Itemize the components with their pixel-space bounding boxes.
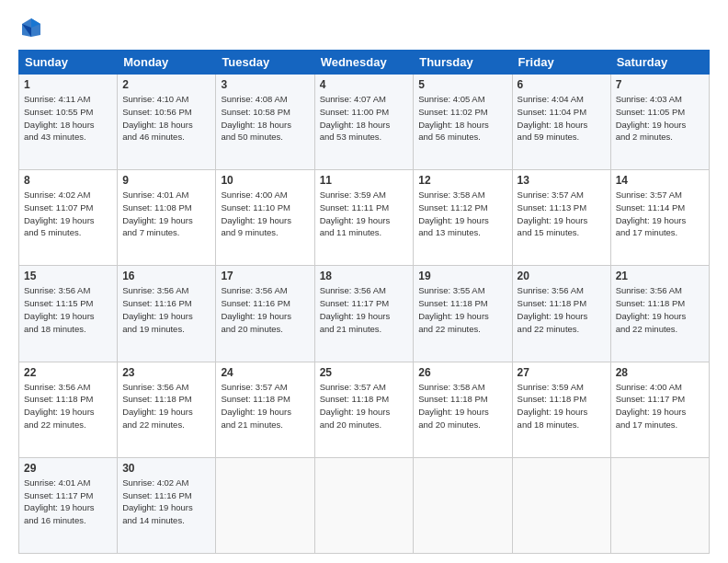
day-number: 16 — [122, 270, 210, 282]
calendar-row-0: 1Sunrise: 4:11 AM Sunset: 10:55 PM Dayli… — [19, 75, 710, 170]
calendar-cell: 4Sunrise: 4:07 AM Sunset: 11:00 PM Dayli… — [314, 75, 414, 170]
calendar-header-thursday: Thursday — [414, 51, 512, 75]
calendar-cell: 11Sunrise: 3:59 AM Sunset: 11:11 PM Dayl… — [314, 170, 414, 266]
calendar-cell: 26Sunrise: 3:58 AM Sunset: 11:18 PM Dayl… — [414, 362, 512, 457]
day-number: 21 — [616, 270, 704, 282]
day-number: 26 — [418, 366, 506, 379]
calendar-cell: 19Sunrise: 3:55 AM Sunset: 11:18 PM Dayl… — [414, 266, 512, 362]
logo-icon — [18, 15, 44, 40]
day-number: 2 — [122, 78, 210, 91]
calendar-cell: 28Sunrise: 4:00 AM Sunset: 11:17 PM Dayl… — [610, 362, 709, 457]
day-info: Sunrise: 4:00 AM Sunset: 11:10 PM Daylig… — [221, 189, 309, 239]
day-info: Sunrise: 3:57 AM Sunset: 11:14 PM Daylig… — [616, 189, 704, 239]
day-number: 22 — [24, 366, 112, 379]
calendar-cell: 6Sunrise: 4:04 AM Sunset: 11:04 PM Dayli… — [512, 75, 610, 170]
day-number: 23 — [122, 366, 210, 379]
calendar-header-friday: Friday — [512, 51, 610, 75]
calendar-cell: 29Sunrise: 4:01 AM Sunset: 11:17 PM Dayl… — [19, 457, 118, 553]
day-number: 4 — [320, 78, 409, 91]
calendar-cell: 22Sunrise: 3:56 AM Sunset: 11:18 PM Dayl… — [19, 362, 118, 457]
day-info: Sunrise: 4:02 AM Sunset: 11:16 PM Daylig… — [122, 477, 210, 527]
day-info: Sunrise: 3:56 AM Sunset: 11:18 PM Daylig… — [518, 284, 606, 335]
calendar-cell — [610, 457, 709, 553]
day-info: Sunrise: 3:55 AM Sunset: 11:18 PM Daylig… — [418, 284, 506, 335]
day-info: Sunrise: 4:05 AM Sunset: 11:02 PM Daylig… — [418, 93, 506, 144]
calendar-cell — [512, 457, 610, 553]
calendar-cell: 2Sunrise: 4:10 AM Sunset: 10:56 PM Dayli… — [118, 75, 216, 170]
calendar-cell: 10Sunrise: 4:00 AM Sunset: 11:10 PM Dayl… — [216, 170, 314, 266]
calendar-row-4: 29Sunrise: 4:01 AM Sunset: 11:17 PM Dayl… — [19, 457, 710, 553]
day-info: Sunrise: 3:57 AM Sunset: 11:18 PM Daylig… — [221, 381, 309, 431]
day-info: Sunrise: 4:10 AM Sunset: 10:56 PM Daylig… — [122, 93, 210, 144]
calendar-header-monday: Monday — [118, 51, 216, 75]
day-number: 9 — [122, 174, 210, 187]
calendar-header-row: SundayMondayTuesdayWednesdayThursdayFrid… — [19, 51, 710, 75]
day-info: Sunrise: 3:56 AM Sunset: 11:18 PM Daylig… — [122, 381, 210, 431]
day-number: 5 — [418, 78, 506, 91]
day-info: Sunrise: 3:57 AM Sunset: 11:18 PM Daylig… — [320, 381, 409, 431]
day-number: 24 — [221, 366, 309, 379]
header — [18, 15, 710, 40]
day-number: 15 — [24, 270, 112, 282]
day-info: Sunrise: 4:11 AM Sunset: 10:55 PM Daylig… — [24, 93, 112, 144]
day-number: 18 — [320, 270, 409, 282]
day-info: Sunrise: 3:56 AM Sunset: 11:16 PM Daylig… — [221, 284, 309, 335]
day-info: Sunrise: 4:02 AM Sunset: 11:07 PM Daylig… — [24, 189, 112, 239]
day-number: 1 — [24, 78, 112, 91]
calendar-cell: 13Sunrise: 3:57 AM Sunset: 11:13 PM Dayl… — [512, 170, 610, 266]
calendar-cell: 8Sunrise: 4:02 AM Sunset: 11:07 PM Dayli… — [19, 170, 118, 266]
day-info: Sunrise: 3:56 AM Sunset: 11:15 PM Daylig… — [24, 284, 112, 335]
calendar-cell: 5Sunrise: 4:05 AM Sunset: 11:02 PM Dayli… — [414, 75, 512, 170]
day-info: Sunrise: 3:58 AM Sunset: 11:12 PM Daylig… — [418, 189, 506, 239]
calendar-cell: 15Sunrise: 3:56 AM Sunset: 11:15 PM Dayl… — [19, 266, 118, 362]
day-number: 7 — [616, 78, 704, 91]
day-number: 3 — [221, 78, 309, 91]
day-info: Sunrise: 3:56 AM Sunset: 11:16 PM Daylig… — [122, 284, 210, 335]
calendar-cell: 24Sunrise: 3:57 AM Sunset: 11:18 PM Dayl… — [216, 362, 314, 457]
day-info: Sunrise: 3:59 AM Sunset: 11:18 PM Daylig… — [518, 381, 606, 431]
calendar-cell: 17Sunrise: 3:56 AM Sunset: 11:16 PM Dayl… — [216, 266, 314, 362]
day-number: 29 — [24, 462, 112, 475]
day-info: Sunrise: 3:56 AM Sunset: 11:18 PM Daylig… — [24, 381, 112, 431]
calendar-header-tuesday: Tuesday — [216, 51, 314, 75]
day-info: Sunrise: 4:00 AM Sunset: 11:17 PM Daylig… — [616, 381, 704, 431]
calendar-table: SundayMondayTuesdayWednesdayThursdayFrid… — [18, 50, 710, 554]
calendar-cell: 27Sunrise: 3:59 AM Sunset: 11:18 PM Dayl… — [512, 362, 610, 457]
calendar-cell: 23Sunrise: 3:56 AM Sunset: 11:18 PM Dayl… — [118, 362, 216, 457]
calendar-row-1: 8Sunrise: 4:02 AM Sunset: 11:07 PM Dayli… — [19, 170, 710, 266]
day-number: 17 — [221, 270, 309, 282]
day-number: 14 — [616, 174, 704, 187]
calendar-cell: 25Sunrise: 3:57 AM Sunset: 11:18 PM Dayl… — [314, 362, 414, 457]
calendar-cell: 20Sunrise: 3:56 AM Sunset: 11:18 PM Dayl… — [512, 266, 610, 362]
day-info: Sunrise: 4:03 AM Sunset: 11:05 PM Daylig… — [616, 93, 704, 144]
day-info: Sunrise: 4:08 AM Sunset: 10:58 PM Daylig… — [221, 93, 309, 144]
calendar-cell — [414, 457, 512, 553]
day-number: 19 — [418, 270, 506, 282]
day-info: Sunrise: 4:07 AM Sunset: 11:00 PM Daylig… — [320, 93, 409, 144]
calendar-cell: 18Sunrise: 3:56 AM Sunset: 11:17 PM Dayl… — [314, 266, 414, 362]
day-number: 8 — [24, 174, 112, 187]
calendar-row-3: 22Sunrise: 3:56 AM Sunset: 11:18 PM Dayl… — [19, 362, 710, 457]
day-number: 13 — [518, 174, 606, 187]
day-number: 20 — [518, 270, 606, 282]
day-info: Sunrise: 4:01 AM Sunset: 11:17 PM Daylig… — [24, 477, 112, 527]
day-number: 25 — [320, 366, 409, 379]
calendar-cell: 21Sunrise: 3:56 AM Sunset: 11:18 PM Dayl… — [610, 266, 709, 362]
calendar-cell: 14Sunrise: 3:57 AM Sunset: 11:14 PM Dayl… — [610, 170, 709, 266]
day-info: Sunrise: 3:56 AM Sunset: 11:18 PM Daylig… — [616, 284, 704, 335]
day-number: 10 — [221, 174, 309, 187]
day-info: Sunrise: 4:01 AM Sunset: 11:08 PM Daylig… — [122, 189, 210, 239]
calendar-cell: 1Sunrise: 4:11 AM Sunset: 10:55 PM Dayli… — [19, 75, 118, 170]
day-info: Sunrise: 3:58 AM Sunset: 11:18 PM Daylig… — [418, 381, 506, 431]
day-number: 28 — [616, 366, 704, 379]
calendar-header-sunday: Sunday — [19, 51, 118, 75]
calendar-cell: 16Sunrise: 3:56 AM Sunset: 11:16 PM Dayl… — [118, 266, 216, 362]
calendar-cell: 30Sunrise: 4:02 AM Sunset: 11:16 PM Dayl… — [118, 457, 216, 553]
calendar-cell: 12Sunrise: 3:58 AM Sunset: 11:12 PM Dayl… — [414, 170, 512, 266]
calendar-cell: 7Sunrise: 4:03 AM Sunset: 11:05 PM Dayli… — [610, 75, 709, 170]
calendar-cell: 9Sunrise: 4:01 AM Sunset: 11:08 PM Dayli… — [118, 170, 216, 266]
calendar-cell — [216, 457, 314, 553]
day-number: 6 — [518, 78, 606, 91]
logo — [18, 15, 46, 40]
day-number: 11 — [320, 174, 409, 187]
